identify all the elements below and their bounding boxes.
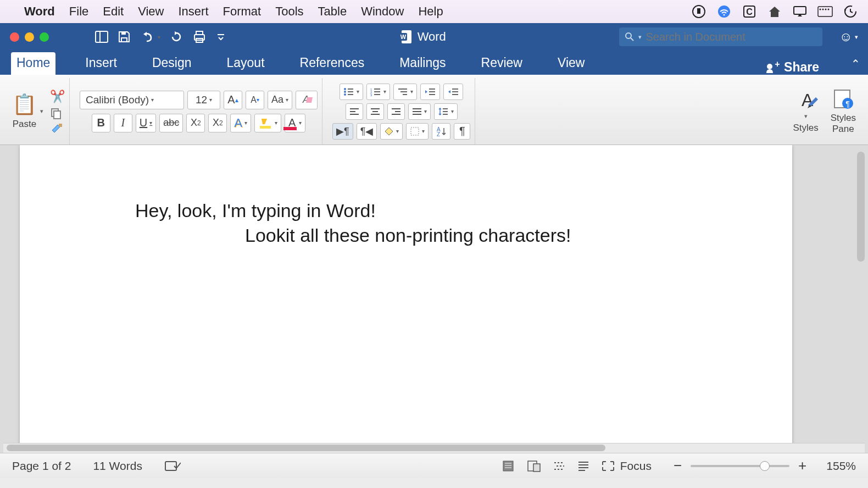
search-in-document[interactable]: ▾ <box>619 27 822 46</box>
menu-view[interactable]: View <box>138 4 164 19</box>
vertical-scrollbar[interactable] <box>857 152 865 262</box>
onepassword-icon[interactable] <box>691 4 706 19</box>
ribbon: 📋 Paste ▾ ✂️ Calibri (Body) 12 A▴ A▾ Aa … <box>0 75 868 145</box>
menu-format[interactable]: Format <box>223 4 261 19</box>
tab-mailings[interactable]: Mailings <box>394 52 451 75</box>
spellcheck-icon[interactable] <box>164 459 181 473</box>
tab-references[interactable]: References <box>294 52 370 75</box>
shading-button[interactable] <box>380 123 403 140</box>
zoom-slider-thumb[interactable] <box>760 461 770 471</box>
align-center-button[interactable] <box>366 103 384 120</box>
document-text-line[interactable]: Lookit all these non-printing characters… <box>245 225 682 246</box>
subscript-button[interactable]: X2 <box>186 114 205 132</box>
highlight-button[interactable] <box>254 114 281 132</box>
show-hide-paragraph-button[interactable]: ¶ <box>454 123 470 140</box>
keyboard-icon[interactable] <box>817 4 833 19</box>
cut-icon[interactable]: ✂️ <box>50 90 65 104</box>
tab-layout[interactable]: Layout <box>221 52 270 75</box>
borders-button[interactable] <box>406 123 429 140</box>
menu-tools[interactable]: Tools <box>275 4 303 19</box>
justify-button[interactable] <box>408 103 431 120</box>
rtl-direction-button[interactable]: ¶◀ <box>357 123 377 140</box>
svg-rect-83 <box>533 464 540 472</box>
decrease-indent-button[interactable] <box>420 84 440 100</box>
search-input[interactable] <box>646 31 817 43</box>
line-spacing-button[interactable] <box>434 103 458 120</box>
collapse-ribbon-icon[interactable]: ⌃ <box>851 57 860 70</box>
font-name-select[interactable]: Calibri (Body) <box>80 91 184 109</box>
increase-indent-button[interactable] <box>443 84 463 100</box>
change-case-button[interactable]: Aa <box>268 91 292 109</box>
bullets-button[interactable] <box>340 84 363 100</box>
zoom-percent[interactable]: 155% <box>826 459 856 473</box>
multilevel-list-button[interactable] <box>393 84 417 100</box>
home-icon[interactable] <box>767 4 782 19</box>
print-icon[interactable] <box>192 30 207 43</box>
window-zoom-button[interactable] <box>40 32 49 42</box>
zoom-out-button[interactable]: − <box>674 457 682 474</box>
document-page[interactable]: Hey, look, I'm typing in Word! Lookit al… <box>20 145 792 453</box>
menu-file[interactable]: File <box>69 4 88 19</box>
draft-view-icon[interactable] <box>577 461 589 472</box>
menu-insert[interactable]: Insert <box>178 4 208 19</box>
strikethrough-button[interactable]: abc <box>159 114 183 132</box>
menu-help[interactable]: Help <box>418 4 443 19</box>
svg-text:¶: ¶ <box>845 99 850 108</box>
styles-pane-button[interactable]: ¶ Styles Pane <box>831 88 856 135</box>
sidebar-toggle-icon[interactable] <box>95 31 108 43</box>
sort-button[interactable]: AZ <box>432 123 450 140</box>
align-right-button[interactable] <box>387 103 405 120</box>
paste-button[interactable]: 📋 Paste <box>12 93 37 130</box>
window-minimize-button[interactable] <box>25 32 34 42</box>
zoom-slider[interactable] <box>691 465 789 467</box>
word-count[interactable]: 11 Words <box>93 459 142 473</box>
menu-table[interactable]: Table <box>318 4 347 19</box>
copy-icon[interactable] <box>50 107 65 119</box>
timemachine-icon[interactable] <box>843 4 858 19</box>
airplay-icon[interactable] <box>792 4 808 19</box>
page-indicator[interactable]: Page 1 of 2 <box>12 459 71 473</box>
window-close-button[interactable] <box>10 32 19 42</box>
grow-font-button[interactable]: A▴ <box>224 91 242 109</box>
wifi-icon[interactable] <box>716 4 732 19</box>
web-layout-view-icon[interactable] <box>527 460 541 472</box>
styles-button[interactable]: A ▾ Styles <box>793 90 818 134</box>
bold-button[interactable]: B <box>92 114 110 132</box>
numbering-button[interactable]: 123 <box>366 84 390 100</box>
zoom-in-button[interactable]: + <box>798 457 806 474</box>
menu-edit[interactable]: Edit <box>103 4 124 19</box>
tab-home[interactable]: Home <box>11 52 55 75</box>
tab-view[interactable]: View <box>552 52 590 75</box>
redo-button[interactable] <box>170 31 182 43</box>
tab-review[interactable]: Review <box>476 52 528 75</box>
superscript-button[interactable]: X2 <box>208 114 227 132</box>
format-painter-icon[interactable] <box>50 123 65 134</box>
share-button[interactable]: + Share <box>765 60 819 75</box>
horizontal-scrollbar[interactable] <box>7 445 605 451</box>
underline-button[interactable]: U <box>136 114 156 132</box>
clear-formatting-button[interactable]: A <box>296 91 318 109</box>
word-doc-icon: W <box>399 29 412 45</box>
undo-button[interactable] <box>140 31 160 42</box>
horizontal-scroll-track[interactable] <box>3 443 865 453</box>
document-text-line[interactable]: Hey, look, I'm typing in Word! <box>135 200 682 221</box>
caffeine-icon[interactable]: C <box>742 4 757 19</box>
outline-view-icon[interactable] <box>553 461 565 472</box>
print-layout-view-icon[interactable] <box>502 460 515 472</box>
italic-button[interactable]: I <box>114 114 132 132</box>
qa-more-icon[interactable] <box>216 33 225 41</box>
shrink-font-button[interactable]: A▾ <box>246 91 264 109</box>
save-icon[interactable] <box>118 31 130 43</box>
font-size-select[interactable]: 12 <box>187 91 220 109</box>
text-effects-button[interactable]: A <box>230 114 251 132</box>
app-menu[interactable]: Word <box>24 4 55 19</box>
svg-text:W: W <box>400 34 406 40</box>
menu-window[interactable]: Window <box>361 4 404 19</box>
align-left-button[interactable] <box>346 103 363 120</box>
ltr-direction-button[interactable]: ▶¶ <box>332 123 353 140</box>
feedback-icon[interactable]: ☺ ▾ <box>839 29 858 45</box>
tab-insert[interactable]: Insert <box>80 52 123 75</box>
tab-design[interactable]: Design <box>147 52 197 75</box>
font-color-button[interactable]: A <box>285 114 305 132</box>
focus-mode-button[interactable]: Focus <box>602 459 652 473</box>
